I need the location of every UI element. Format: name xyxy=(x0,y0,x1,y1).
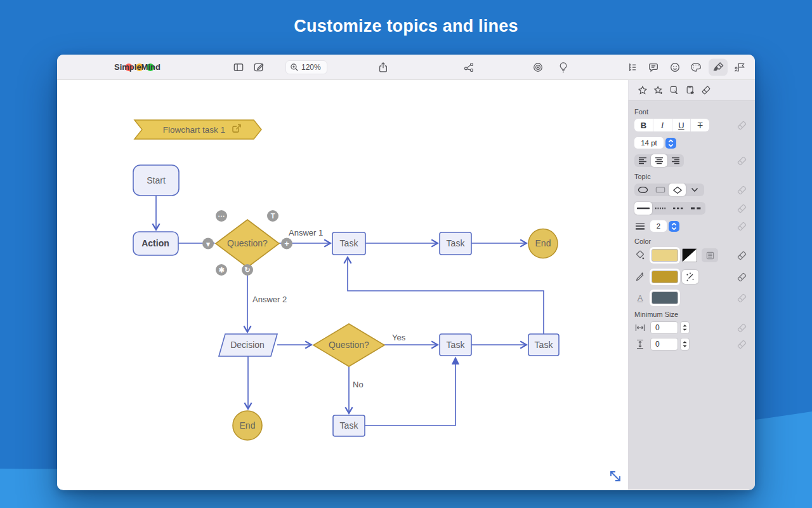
clear-style-eraser-icon[interactable] xyxy=(701,85,711,95)
line-dotted-button[interactable] xyxy=(652,202,670,215)
align-right-button[interactable] xyxy=(667,154,684,167)
shape-more-button[interactable] xyxy=(686,184,703,196)
font-size-stepper[interactable] xyxy=(665,138,676,149)
line-solid-button[interactable] xyxy=(634,202,652,215)
shape-rect-button[interactable] xyxy=(652,184,669,196)
stroke-width-stepper[interactable] xyxy=(669,221,679,232)
outline-icon[interactable] xyxy=(627,62,638,72)
node-task-d[interactable]: Task xyxy=(528,334,559,356)
svg-text:Task: Task xyxy=(447,340,466,350)
strikethrough-button[interactable]: T xyxy=(690,119,709,131)
presentation-icon[interactable] xyxy=(734,62,746,73)
node-banner[interactable]: Flowchart task 1 xyxy=(134,120,261,139)
text-color-swatch[interactable] xyxy=(652,291,678,304)
bold-button[interactable]: B xyxy=(634,119,653,131)
clear-min-width-button[interactable] xyxy=(737,323,747,333)
favorite-star-add-icon[interactable] xyxy=(653,85,664,95)
min-height-icon xyxy=(634,339,646,349)
clear-stroke-color-button[interactable] xyxy=(737,272,747,283)
comment-icon[interactable] xyxy=(648,62,659,73)
handle-text-icon[interactable]: T xyxy=(267,210,278,222)
font-style-control: B I U T xyxy=(634,119,709,131)
share-icon[interactable] xyxy=(377,61,389,73)
emoji-icon[interactable] xyxy=(669,62,681,73)
svg-text:✱: ✱ xyxy=(218,266,224,274)
handle-add-icon[interactable]: + xyxy=(281,238,292,250)
svg-text:Question?: Question? xyxy=(329,340,369,350)
node-task-a[interactable]: Task xyxy=(332,232,365,255)
handle-style-icon[interactable]: ✱ xyxy=(216,264,227,276)
stroke-width-field[interactable]: 2 xyxy=(650,220,667,232)
svg-text:Question?: Question? xyxy=(227,238,268,248)
svg-text:End: End xyxy=(240,420,256,431)
clear-fill-color-button[interactable] xyxy=(737,250,747,261)
min-width-stepper[interactable] xyxy=(680,321,690,334)
sidebar-toggle-icon[interactable] xyxy=(233,61,245,73)
node-end1[interactable]: End xyxy=(528,229,558,258)
min-width-input[interactable] xyxy=(650,321,678,334)
svg-text:Task: Task xyxy=(340,420,359,431)
align-left-button[interactable] xyxy=(634,154,651,167)
stroke-color-icon xyxy=(634,272,646,282)
clear-line-style-button[interactable] xyxy=(737,203,747,214)
clear-stroke-width-button[interactable] xyxy=(737,221,747,232)
node-action[interactable]: Action xyxy=(133,232,178,255)
node-start[interactable]: Start xyxy=(133,165,179,196)
expand-canvas-icon[interactable] xyxy=(611,472,620,481)
shape-diamond-button[interactable] xyxy=(669,184,686,196)
fill-pattern-button[interactable] xyxy=(702,248,718,262)
handle-more-icon[interactable]: ⋯ xyxy=(216,210,227,222)
node-decision[interactable]: Decision xyxy=(219,334,277,356)
line-dashed-button[interactable] xyxy=(670,202,688,215)
fill-color-swatch[interactable] xyxy=(652,249,678,262)
clear-font-style-button[interactable] xyxy=(737,120,747,131)
target-icon[interactable] xyxy=(532,62,544,73)
titlebar: SimpleMind 120% xyxy=(57,55,755,80)
clear-shape-button[interactable] xyxy=(737,185,747,196)
style-brush-icon[interactable] xyxy=(709,58,728,76)
stroke-color-swatch[interactable] xyxy=(652,271,678,283)
shape-ellipse-button[interactable] xyxy=(634,184,652,196)
section-label-minimum-size: Minimum Size xyxy=(634,311,755,318)
favorite-star-icon[interactable] xyxy=(638,85,648,95)
edge-taskd-taska-loop[interactable] xyxy=(348,258,544,334)
relations-icon[interactable] xyxy=(463,62,475,73)
italic-button[interactable]: I xyxy=(653,119,672,131)
handle-rotate-icon[interactable]: ↻ xyxy=(242,264,253,276)
magic-style-button[interactable] xyxy=(682,270,698,284)
palette-icon[interactable] xyxy=(690,62,702,73)
zoom-level: 120% xyxy=(301,63,321,72)
handle-collapse-icon[interactable]: ▾ xyxy=(202,238,214,250)
node-task-e[interactable]: Task xyxy=(333,415,365,436)
underline-button[interactable]: U xyxy=(672,119,691,131)
svg-text:↻: ↻ xyxy=(244,266,250,274)
min-height-stepper[interactable] xyxy=(680,338,690,351)
clear-min-height-button[interactable] xyxy=(737,339,747,350)
clear-align-button[interactable] xyxy=(737,156,747,166)
line-longdash-button[interactable] xyxy=(688,202,705,215)
node-task-c[interactable]: Task xyxy=(440,334,471,356)
font-size-field[interactable]: 14 pt xyxy=(634,137,664,149)
app-window: SimpleMind 120% xyxy=(57,55,755,490)
min-height-input[interactable] xyxy=(650,338,678,351)
svg-text:Start: Start xyxy=(147,175,166,185)
page-title: Customize topics and lines xyxy=(0,17,812,36)
edge-taske-taskc-loop[interactable] xyxy=(365,358,455,425)
node-question1[interactable]: Question? xyxy=(216,220,279,267)
compose-icon[interactable] xyxy=(253,61,265,73)
idea-bulb-icon[interactable] xyxy=(558,61,569,73)
align-center-button[interactable] xyxy=(651,154,667,167)
mindmap-canvas[interactable]: Answer 1 Answer 2 Yes No Flowchart task … xyxy=(57,80,628,490)
svg-text:Task: Task xyxy=(340,238,359,248)
zoom-control[interactable]: 120% xyxy=(285,60,327,74)
style-panel-header xyxy=(628,80,755,101)
clear-text-color-button[interactable] xyxy=(737,293,747,304)
paste-style-icon[interactable] xyxy=(685,85,695,95)
node-task-b[interactable]: Task xyxy=(440,232,471,255)
copy-style-icon[interactable] xyxy=(669,85,679,95)
fill-color-icon xyxy=(634,250,646,260)
node-question2[interactable]: Question? xyxy=(313,324,384,366)
auto-contrast-swatch[interactable] xyxy=(682,248,697,262)
node-end2[interactable]: End xyxy=(233,411,262,440)
banner-label: Flowchart task 1 xyxy=(163,125,225,135)
